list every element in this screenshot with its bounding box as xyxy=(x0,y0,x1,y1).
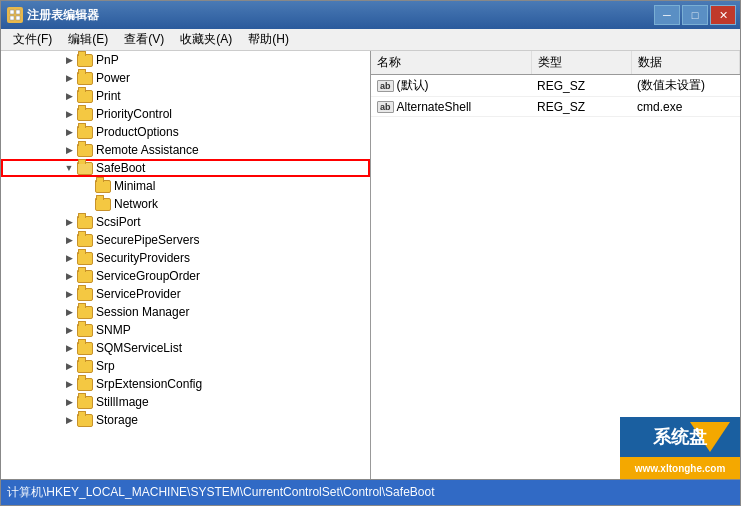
tree-expand-icon[interactable]: ▶ xyxy=(61,268,77,284)
tree-expand-icon[interactable]: ▶ xyxy=(61,52,77,68)
tree-item[interactable]: ▶Storage xyxy=(1,411,370,429)
tree-label: ServiceProvider xyxy=(96,287,181,301)
main-window: 注册表编辑器 ─ □ ✕ 文件(F)编辑(E)查看(V)收藏夹(A)帮助(H) … xyxy=(0,0,741,506)
tree-expand-icon xyxy=(79,196,95,212)
tree-expand-icon[interactable]: ▶ xyxy=(61,214,77,230)
tree-item[interactable]: ▶Remote Assistance xyxy=(1,141,370,159)
tree-item[interactable]: ▶Print xyxy=(1,87,370,105)
folder-icon xyxy=(77,252,93,265)
folder-icon xyxy=(77,108,93,121)
tree-item[interactable]: Minimal xyxy=(1,177,370,195)
menu-item[interactable]: 编辑(E) xyxy=(60,29,116,50)
tree-expand-icon[interactable]: ▶ xyxy=(61,88,77,104)
folder-icon xyxy=(77,216,93,229)
tree-item[interactable]: ▶Power xyxy=(1,69,370,87)
tree-item[interactable]: ▶SecurePipeServers xyxy=(1,231,370,249)
svg-rect-1 xyxy=(16,10,20,14)
tree-expand-icon[interactable]: ▶ xyxy=(61,106,77,122)
tree-label: SQMServiceList xyxy=(96,341,182,355)
folder-icon xyxy=(77,270,93,283)
col-name[interactable]: 名称 xyxy=(371,51,531,75)
tree-item[interactable]: ▶SecurityProviders xyxy=(1,249,370,267)
tree-expand-icon xyxy=(79,178,95,194)
table-row[interactable]: ab(默认)REG_SZ(数值未设置) xyxy=(371,75,740,97)
tree-label: SrpExtensionConfig xyxy=(96,377,202,391)
tree-expand-icon[interactable]: ▶ xyxy=(61,412,77,428)
tree-expand-icon[interactable]: ▶ xyxy=(61,322,77,338)
folder-icon xyxy=(77,306,93,319)
folder-icon xyxy=(77,144,93,157)
cell-data: (数值未设置) xyxy=(631,75,740,97)
tree-label: SecurePipeServers xyxy=(96,233,199,247)
tree-label: ServiceGroupOrder xyxy=(96,269,200,283)
tree-expand-icon[interactable]: ▶ xyxy=(61,376,77,392)
tree-label: SafeBoot xyxy=(96,161,145,175)
tree-label: StillImage xyxy=(96,395,149,409)
cell-name: ab(默认) xyxy=(371,75,531,97)
tree-label: Minimal xyxy=(114,179,155,193)
tree-expand-icon[interactable]: ▶ xyxy=(61,70,77,86)
tree-item[interactable]: ▶PnP xyxy=(1,51,370,69)
tree-expand-icon[interactable]: ▶ xyxy=(61,124,77,140)
tree-item[interactable]: ▶ServiceGroupOrder xyxy=(1,267,370,285)
tree-item[interactable]: ▶Srp xyxy=(1,357,370,375)
folder-icon xyxy=(77,234,93,247)
tree-expand-icon[interactable]: ▶ xyxy=(61,394,77,410)
maximize-button[interactable]: □ xyxy=(682,5,708,25)
window-title: 注册表编辑器 xyxy=(27,7,99,24)
tree-expand-icon[interactable]: ▶ xyxy=(61,358,77,374)
tree-expand-icon[interactable]: ▶ xyxy=(61,142,77,158)
cell-type: REG_SZ xyxy=(531,75,631,97)
col-data[interactable]: 数据 xyxy=(631,51,740,75)
menu-item[interactable]: 查看(V) xyxy=(116,29,172,50)
tree-item[interactable]: ▶StillImage xyxy=(1,393,370,411)
cell-type: REG_SZ xyxy=(531,97,631,117)
title-controls: ─ □ ✕ xyxy=(654,5,736,25)
tree-label: Network xyxy=(114,197,158,211)
folder-icon xyxy=(77,288,93,301)
folder-icon xyxy=(95,198,111,211)
svg-rect-2 xyxy=(10,16,14,20)
tree-expand-icon[interactable]: ▶ xyxy=(61,232,77,248)
tree-label: Session Manager xyxy=(96,305,189,319)
tree-label: Print xyxy=(96,89,121,103)
menu-bar: 文件(F)编辑(E)查看(V)收藏夹(A)帮助(H) xyxy=(1,29,740,51)
col-type[interactable]: 类型 xyxy=(531,51,631,75)
tree-item[interactable]: ▶SrpExtensionConfig xyxy=(1,375,370,393)
menu-item[interactable]: 帮助(H) xyxy=(240,29,297,50)
status-path: 计算机\HKEY_LOCAL_MACHINE\SYSTEM\CurrentCon… xyxy=(7,484,435,501)
tree-item[interactable]: ▼SafeBoot xyxy=(1,159,370,177)
tree-item[interactable]: ▶ScsiPort xyxy=(1,213,370,231)
folder-icon xyxy=(77,324,93,337)
folder-icon xyxy=(77,396,93,409)
tree-item[interactable]: ▶SNMP xyxy=(1,321,370,339)
folder-icon xyxy=(77,54,93,67)
title-bar: 注册表编辑器 ─ □ ✕ xyxy=(1,1,740,29)
tree-item[interactable]: ▶ServiceProvider xyxy=(1,285,370,303)
tree-expand-icon[interactable]: ▶ xyxy=(61,286,77,302)
minimize-button[interactable]: ─ xyxy=(654,5,680,25)
right-panel: 名称 类型 数据 ab(默认)REG_SZ(数值未设置)abAlternateS… xyxy=(371,51,740,479)
folder-icon xyxy=(77,414,93,427)
tree-expand-icon[interactable]: ▶ xyxy=(61,304,77,320)
tree-item[interactable]: ▶SQMServiceList xyxy=(1,339,370,357)
tree-panel[interactable]: ▶PnP▶Power▶Print▶PriorityControl▶Product… xyxy=(1,51,371,479)
app-icon xyxy=(7,7,23,23)
tree-expand-icon[interactable]: ▼ xyxy=(61,160,77,176)
tree-expand-icon[interactable]: ▶ xyxy=(61,340,77,356)
status-bar: 计算机\HKEY_LOCAL_MACHINE\SYSTEM\CurrentCon… xyxy=(1,479,740,505)
close-button[interactable]: ✕ xyxy=(710,5,736,25)
folder-icon xyxy=(77,342,93,355)
menu-item[interactable]: 收藏夹(A) xyxy=(172,29,240,50)
tree-expand-icon[interactable]: ▶ xyxy=(61,250,77,266)
tree-item[interactable]: ▶ProductOptions xyxy=(1,123,370,141)
table-row[interactable]: abAlternateShellREG_SZcmd.exe xyxy=(371,97,740,117)
tree-item[interactable]: Network xyxy=(1,195,370,213)
menu-item[interactable]: 文件(F) xyxy=(5,29,60,50)
tree-item[interactable]: ▶Session Manager xyxy=(1,303,370,321)
main-content: ▶PnP▶Power▶Print▶PriorityControl▶Product… xyxy=(1,51,740,479)
tree-item[interactable]: ▶PriorityControl xyxy=(1,105,370,123)
tree-label: Power xyxy=(96,71,130,85)
tree-label: SNMP xyxy=(96,323,131,337)
tree-label: PnP xyxy=(96,53,119,67)
